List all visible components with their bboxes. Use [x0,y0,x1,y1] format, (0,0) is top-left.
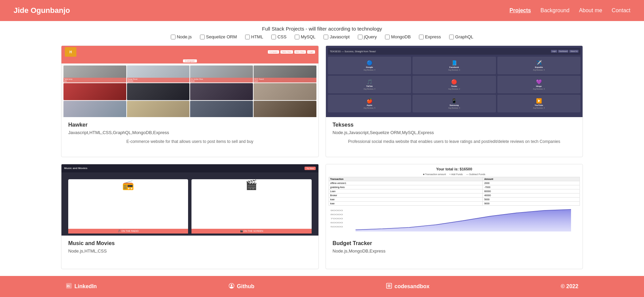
footer: in LinkedIn Github codesandbox © 2022 [0,276,644,297]
svg-text:90000: 90000 [330,209,343,211]
filter-javascript[interactable]: Javascript [324,34,350,39]
hawker-name: Hawker [68,122,312,128]
footer-linkedin-label: LinkedIn [74,283,97,290]
project-card-hawker: H Compare Table View Item View Login Com… [61,45,319,157]
filter-mysql-checkbox[interactable] [295,35,299,39]
nav-links: Projects Background About me Contact [510,7,630,14]
hawker-info: Hawker Javascript,HTML,CSS,GraphQL,Mongo… [61,117,318,157]
projects-grid: H Compare Table View Item View Login Com… [0,42,644,276]
music-tech: Node.js,HTML,CSS [68,248,312,254]
svg-point-8 [231,284,232,286]
project-card-teksess: TEKSESS — Success, Straight from Texas! … [326,45,583,157]
footer-github-label: Github [237,283,255,290]
nav-link-contact[interactable]: Contact [612,7,630,14]
teksess-name: Teksess [333,122,576,128]
svg-rect-10 [388,284,390,287]
hawker-screenshot: H Compare Table View Item View Login Com… [61,46,318,117]
nav-brand: Jide Ogunbanjo [14,6,70,15]
footer-codesandbox[interactable]: codesandbox [386,282,429,291]
budget-tech: Node.js,MongoDB,Express [333,248,576,254]
filter-sequelize[interactable]: Sequelize ORM [200,34,237,39]
budget-name: Budget Tracker [333,240,576,246]
nav-link-about[interactable]: About me [579,7,602,14]
filter-mongodb[interactable]: MongoDB [385,34,411,39]
music-info: Music and Movies Node.js,HTML,CSS [61,236,318,269]
filter-graphql-checkbox[interactable] [449,35,454,39]
filter-css[interactable]: CSS [271,34,287,39]
footer-github[interactable]: Github [228,282,255,291]
filter-nodejs-checkbox[interactable] [171,35,176,39]
filter-mysql[interactable]: MySQL [295,34,315,39]
filter-section: Full Stack Projects - will filter accord… [0,21,644,42]
svg-text:60000: 60000 [330,222,343,224]
teksess-tech: Node.js,Javascript,Sequelize ORM,MySQL,E… [333,130,576,135]
filter-jquery-checkbox[interactable] [358,35,363,39]
budget-screenshot: Your total is: $16500 ■ Transaction amou… [326,164,583,236]
filter-html[interactable]: HTML [245,34,263,39]
filter-sequelize-checkbox[interactable] [200,35,205,39]
svg-text:80000: 80000 [330,214,343,216]
hawker-desc: E-commerce website for that allows users… [68,138,312,145]
svg-text:50000: 50000 [330,226,343,228]
footer-codesandbox-label: codesandbox [394,283,429,290]
filter-title: Full Stack Projects - will filter accord… [7,26,637,32]
project-card-budget: Your total is: $16500 ■ Transaction amou… [326,164,583,270]
music-screenshot: Music and Movies Try Now 📻 🎵 ON THE RADI… [61,164,318,236]
hawker-tech: Javascript,HTML,CSS,GraphQL,MongoDB,Expr… [68,130,312,135]
codesandbox-icon [386,282,392,291]
teksess-desc: Professional social media website that e… [333,138,576,145]
filter-html-checkbox[interactable] [245,35,250,39]
filter-express-checkbox[interactable] [419,35,424,39]
nav-link-projects[interactable]: Projects [510,7,531,14]
filter-css-checkbox[interactable] [271,35,276,39]
project-card-music: Music and Movies Try Now 📻 🎵 ON THE RADI… [61,164,319,270]
footer-linkedin[interactable]: in LinkedIn [66,282,97,291]
linkedin-icon: in [66,282,72,291]
filter-mongodb-checkbox[interactable] [385,35,390,39]
nav-link-background[interactable]: Background [540,7,569,14]
filter-jquery[interactable]: jQuery [358,34,377,39]
filter-nodejs[interactable]: Node.js [171,34,192,39]
github-icon [228,282,235,291]
budget-info: Budget Tracker Node.js,MongoDB,Express [326,236,583,269]
hawker-logo: H [65,47,76,57]
filter-express[interactable]: Express [419,34,441,39]
filter-javascript-checkbox[interactable] [324,35,328,39]
footer-copyright: © 2022 [561,283,578,290]
svg-text:in: in [67,284,70,288]
navbar: Jide Ogunbanjo Projects Background About… [0,0,644,21]
svg-text:70000: 70000 [330,218,343,220]
filter-row-1: Node.js Sequelize ORM HTML CSS MySQL Jav… [7,34,637,39]
teksess-info: Teksess Node.js,Javascript,Sequelize ORM… [326,117,583,157]
filter-graphql[interactable]: GraphQL [449,34,473,39]
teksess-screenshot: TEKSESS — Success, Straight from Texas! … [326,46,583,117]
music-name: Music and Movies [68,240,312,246]
